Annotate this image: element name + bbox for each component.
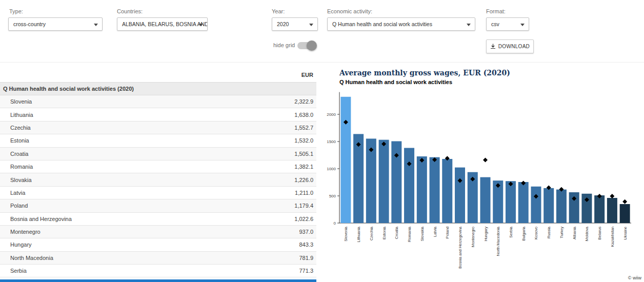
x-axis-label: Turkey [559,227,564,238]
table-country-cell: North Macedonia [0,255,53,261]
table-row: Slovakia1,226.0 [0,173,316,186]
y-tick-label: 500 [329,194,336,198]
year-select[interactable]: 2020 [272,17,318,31]
bar-kosovo[interactable] [531,187,541,223]
x-axis-label: Hungary [484,227,488,241]
table-value-cell: 1,505.1 [294,151,316,157]
marker-ukraine[interactable] [622,199,627,204]
download-button-label: DOWNLOAD [498,44,530,49]
bar-ukraine[interactable] [620,204,630,223]
table-row: Latvia1,211.0 [0,187,316,199]
format-select-value: csv [491,21,499,27]
table-country-cell: Czechia [0,125,31,131]
bar-latvia[interactable] [430,157,440,223]
marker-hungary[interactable] [483,158,488,163]
table-row: Croatia1,505.1 [0,148,316,160]
download-icon [490,44,496,49]
table-value-cell: 1,552.7 [294,125,316,131]
bar-bulgaria[interactable] [518,182,529,223]
bar-serbia[interactable] [506,181,516,223]
x-axis-label: Bosnia and Herzegovina [458,226,462,269]
format-select[interactable]: csv [486,17,529,31]
bar-slovakia[interactable] [417,156,427,223]
table-row: Montenegro937.0 [0,226,316,238]
hide-grid-toggle[interactable] [297,42,315,49]
table-row: Slovenia2,322.9 [0,95,316,108]
countries-label: Countries: [117,8,143,14]
y-tick-label: 1500 [327,139,336,144]
copyright-label: © wiiw [628,275,641,280]
year-label: Year: [272,8,285,14]
chevron-down-icon [467,24,471,26]
bar-turkey[interactable] [556,190,567,223]
table-row: Serbia771.3 [0,265,316,277]
x-axis-label: Kosovo [534,227,538,239]
table-value-cell: 1,226.0 [294,177,316,183]
y-tick-label: 0 [334,221,336,226]
table-country-cell: Poland [0,203,28,209]
chevron-down-icon [199,24,203,26]
x-axis-label: Czechia [369,226,374,240]
table-value-cell: 1,532.0 [294,137,316,144]
bar-chart: 0500100015002000SloveniaLithuaniaCzechia… [320,87,642,278]
x-axis-label: Poland [445,227,450,238]
x-axis-label: Romania [407,226,412,242]
economic-activity-select[interactable]: Q Human health and social work activitie… [327,17,475,31]
x-axis-label: Lithuania [356,226,361,242]
bar-lithuania[interactable] [353,134,364,223]
table-value-cell: 2,322.9 [294,98,316,105]
table-row: Estonia1,532.0 [0,134,316,147]
table-row: Hungary843.3 [0,238,316,251]
type-select-value: cross-country [13,21,46,27]
x-axis-label: Latvia [433,226,437,237]
download-button[interactable]: DOWNLOAD [486,39,534,53]
year-select-value: 2020 [277,21,289,27]
x-axis-label: Moldova [585,226,589,241]
table-row: Czechia1,552.7 [0,122,316,134]
table-country-cell: Hungary [0,241,32,248]
chevron-down-icon [309,24,313,26]
table-value-cell: 1,022.6 [294,216,316,222]
table-value-column-header: EUR [0,63,316,82]
table-country-cell: Lithuania [0,112,33,118]
type-select[interactable]: cross-country [8,17,103,31]
table-value-cell: 1,638.0 [294,112,316,118]
x-axis-label: Albania [572,226,577,239]
chart-panel: Average monthly gross wages, EUR (2020) … [316,63,644,282]
table-country-cell: Croatia [0,151,28,157]
x-axis-label: Estonia [382,226,387,239]
bar-belarus[interactable] [594,195,605,223]
bar-poland[interactable] [442,159,452,223]
bar-bosnia-and-herzegovina[interactable] [455,168,465,223]
countries-select[interactable]: ALBANIA, BELARUS, BOSNIA AND [117,17,208,31]
bar-slovenia[interactable] [340,97,351,223]
format-label: Format: [486,8,506,14]
bar-hungary[interactable] [480,177,491,223]
type-label: Type: [9,8,23,14]
table-value-cell: 1,179.4 [294,203,316,209]
chart-subtitle: Q Human health and social work activitie… [339,79,452,85]
table-country-cell: Bosnia and Herzegovina [0,216,72,222]
x-axis-label: Russia [547,226,551,238]
table-row: Lithuania1,638.0 [0,108,316,121]
x-axis-label: Bulgaria [521,226,526,240]
table-country-cell: Montenegro [0,229,41,235]
table-value-cell: 781.9 [299,255,316,261]
chart-title: Average monthly gross wages, EUR (2020) [339,69,510,77]
hide-grid-label: hide grid [273,42,295,48]
x-axis-label: Belarus [597,227,602,240]
bar-kazakhstan[interactable] [607,198,617,223]
bar-russia[interactable] [544,188,554,223]
x-axis-label: Kazakhstan [610,227,615,247]
table-value-cell: 771.3 [299,268,316,274]
table-country-cell: Latvia [0,190,25,196]
table-row: Romania1,382.1 [0,160,316,173]
table-value-cell: 1,382.1 [294,164,316,170]
bar-romania[interactable] [404,148,414,223]
bar-estonia[interactable] [379,140,389,223]
data-table-panel: EUR Q Human health and social work activ… [0,63,316,282]
table-country-cell: Slovenia [0,98,32,105]
marker-kazakhstan[interactable] [610,194,614,198]
table-row: Poland1,179.4 [0,199,316,212]
y-tick-label: 1000 [327,167,336,171]
